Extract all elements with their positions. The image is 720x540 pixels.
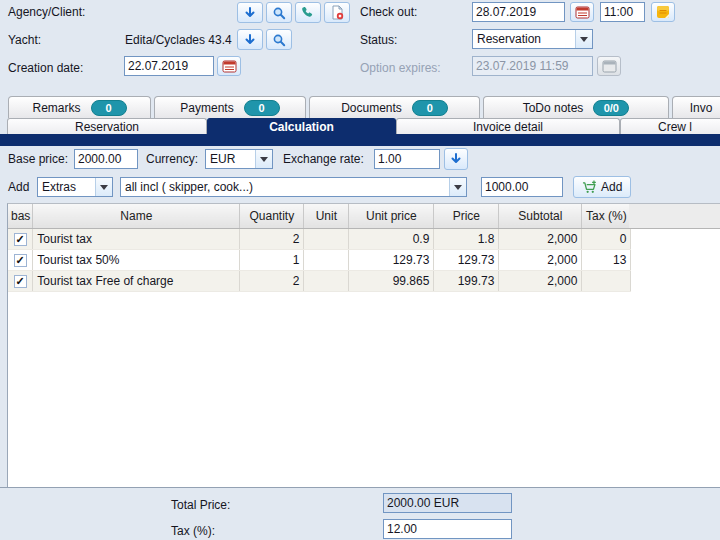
tab-count-badge: 0 — [91, 100, 127, 116]
row-checkbox[interactable]: ✓ — [14, 275, 27, 288]
currency-select[interactable]: EUR — [205, 149, 273, 169]
yacht-label: Yacht: — [8, 33, 41, 47]
cell-price: 1.8 — [434, 229, 499, 250]
tab-invoice-detail[interactable]: Invoice detail — [396, 118, 620, 134]
check-out-time-input[interactable] — [600, 2, 645, 22]
col-base[interactable]: bas — [8, 204, 33, 229]
yacht-down-arrow-button[interactable] — [237, 29, 263, 50]
option-expires-calendar-button — [597, 56, 621, 76]
base-price-label: Base price: — [8, 152, 68, 166]
chevron-down-icon — [255, 150, 272, 168]
cell-name: Tourist tax 50% — [33, 250, 240, 271]
search-icon — [272, 33, 286, 47]
calendar-icon — [222, 59, 237, 73]
tab-invoice-cut[interactable]: Invo — [672, 96, 720, 118]
check-out-note-button[interactable] — [651, 2, 675, 22]
cell-quantity: 2 — [240, 271, 304, 292]
cell-unit — [304, 271, 349, 292]
phone-icon — [301, 6, 315, 20]
tab-label: Reservation — [75, 119, 139, 135]
check-out-calendar-button[interactable] — [570, 2, 594, 22]
currency-label: Currency: — [146, 152, 198, 166]
tab-remarks[interactable]: Remarks 0 — [8, 96, 151, 118]
add-button[interactable]: Add — [573, 176, 631, 198]
tax-input[interactable] — [383, 519, 512, 539]
base-price-input[interactable] — [74, 149, 138, 169]
tab-crew-list[interactable]: Crew l — [620, 118, 720, 134]
row-checkbox[interactable]: ✓ — [14, 254, 27, 267]
cell-unit — [304, 229, 349, 250]
table-row[interactable]: ✓ Tourist tax 50% 1 129.73 129.73 2,000 … — [8, 250, 631, 271]
chevron-down-icon — [95, 178, 112, 196]
totals-bar: Total Price: Tax (%): — [0, 487, 720, 540]
status-select-value: Reservation — [473, 32, 575, 46]
add-price-input[interactable] — [481, 177, 563, 197]
down-arrow-icon — [449, 152, 463, 166]
extras-table: bas Name Quantity Unit Unit price Price … — [8, 204, 631, 292]
agency-down-arrow-button[interactable] — [237, 2, 263, 23]
col-quantity[interactable]: Quantity — [240, 204, 304, 229]
creation-date-input[interactable] — [124, 56, 214, 76]
exchange-rate-input[interactable] — [374, 149, 440, 169]
col-subtotal[interactable]: Subtotal — [499, 204, 582, 229]
agency-phone-button[interactable] — [295, 2, 321, 23]
add-button-label: Add — [601, 180, 622, 194]
col-name[interactable]: Name — [33, 204, 240, 229]
cell-name: Tourist tax — [33, 229, 240, 250]
tab-label: Documents — [341, 101, 402, 115]
row-checkbox[interactable]: ✓ — [14, 233, 27, 246]
header-filler — [629, 204, 720, 229]
status-label: Status: — [360, 33, 397, 47]
add-item-select-value: all incl ( skipper, cook...) — [121, 180, 449, 194]
active-tab-band — [0, 134, 720, 146]
tab-label: Calculation — [269, 119, 334, 135]
cell-tax: 0 — [582, 229, 631, 250]
option-expires-input — [472, 56, 593, 76]
tab-label: Invoice detail — [473, 119, 543, 135]
booking-window: Agency/Client: Yacht: Edita/Cyclades 43.… — [0, 0, 720, 540]
cell-subtotal: 2,000 — [499, 271, 582, 292]
down-arrow-icon — [243, 6, 257, 20]
chevron-down-icon — [449, 178, 466, 196]
tab-label: Crew l — [658, 119, 692, 135]
tab-reservation[interactable]: Reservation — [7, 118, 207, 134]
tab-documents[interactable]: Documents 0 — [309, 96, 480, 118]
total-price-label: Total Price: — [171, 498, 230, 512]
cart-plus-icon — [582, 180, 597, 194]
col-tax[interactable]: Tax (%) — [582, 204, 631, 229]
cell-price: 199.73 — [434, 271, 499, 292]
add-label: Add — [8, 180, 29, 194]
exchange-rate-label: Exchange rate: — [283, 152, 364, 166]
down-arrow-icon — [243, 33, 257, 47]
cell-subtotal: 2,000 — [499, 250, 582, 271]
col-unit-price[interactable]: Unit price — [349, 204, 434, 229]
option-expires-label: Option expires: — [360, 61, 441, 75]
creation-date-calendar-button[interactable] — [217, 56, 241, 76]
tab-count-badge: 0 — [244, 100, 280, 116]
add-type-select[interactable]: Extras — [37, 177, 113, 197]
table-row[interactable]: ✓ Tourist tax 2 0.9 1.8 2,000 0 — [8, 229, 631, 250]
tab-payments[interactable]: Payments 0 — [154, 96, 306, 118]
chevron-down-icon — [575, 30, 592, 48]
table-row[interactable]: ✓ Tourist tax Free of charge 2 99.865 19… — [8, 271, 631, 292]
cell-tax — [582, 271, 631, 292]
yacht-search-button[interactable] — [266, 29, 292, 50]
cell-unit-price: 99.865 — [349, 271, 434, 292]
check-out-date-input[interactable] — [472, 2, 565, 22]
cell-unit — [304, 250, 349, 271]
tab-count-badge: 0 — [412, 100, 448, 116]
cell-tax: 13 — [582, 250, 631, 271]
col-price[interactable]: Price — [434, 204, 499, 229]
status-select[interactable]: Reservation — [472, 29, 593, 49]
cell-quantity: 1 — [240, 250, 304, 271]
agency-client-label: Agency/Client: — [8, 5, 85, 19]
exchange-rate-apply-button[interactable] — [444, 148, 468, 170]
col-unit[interactable]: Unit — [304, 204, 349, 229]
agency-search-button[interactable] — [266, 2, 292, 23]
total-price-field — [383, 493, 512, 513]
table-header-row: bas Name Quantity Unit Unit price Price … — [8, 204, 631, 229]
agency-remove-document-button[interactable] — [324, 2, 350, 23]
tab-calculation[interactable]: Calculation — [207, 118, 396, 134]
tab-todo-notes[interactable]: ToDo notes 0/0 — [483, 96, 669, 118]
add-item-select[interactable]: all incl ( skipper, cook...) — [120, 177, 467, 197]
